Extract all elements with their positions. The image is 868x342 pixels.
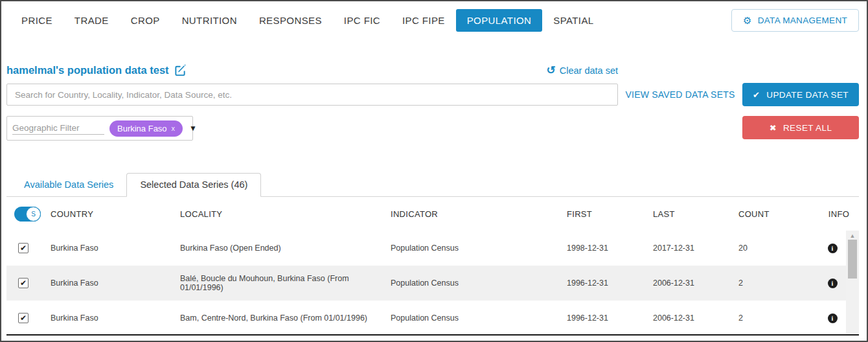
nav-tab[interactable]: CROP [120,9,171,32]
row-checkbox[interactable]: ✔ [18,243,29,253]
column-header-info: INFO [819,209,859,219]
undo-icon: ↺ [546,65,555,76]
column-header-count: COUNT [733,209,819,219]
column-header-country: COUNTRY [45,209,175,219]
cell-count: 2 [733,314,819,323]
cell-info: i [819,244,846,253]
info-icon[interactable]: i [828,244,838,253]
row-checkbox-cell: ✔ [6,313,45,323]
tab-available-data-series[interactable]: Available Data Series [11,174,126,196]
page-title: hamelmal's population data test [6,64,169,76]
cell-first: 1996-12-31 [562,279,648,288]
nav-tab[interactable]: RESPONSES [248,9,333,32]
table-body: ✔ Burkina Faso Burkina Faso (Open Ended)… [6,231,859,336]
cell-locality: Balé, Boucle du Mouhoun, Burkina Faso (F… [175,274,385,292]
check-icon: ✔ [753,91,760,99]
column-header-first: FIRST [562,209,648,219]
nav-tab[interactable]: SPATIAL [542,9,604,32]
cell-country: Burkina Faso [45,279,175,288]
toggle-knob: S [26,207,41,222]
row-checkbox[interactable]: ✔ [18,278,29,288]
geographic-filter-input[interactable] [12,122,104,135]
nav-tab[interactable]: NUTRITION [171,9,248,32]
edit-title-icon[interactable] [174,64,187,76]
close-icon: ✖ [770,124,777,132]
page-title-wrap: hamelmal's population data test [6,64,187,76]
table-rows: ✔ Burkina Faso Burkina Faso (Open Ended)… [6,231,846,334]
row-checkbox-cell: ✔ [6,278,45,288]
geo-filter-tag: Burkina Faso x [109,120,183,137]
column-header-indicator: INDICATOR [385,209,562,219]
nav-tabs: PRICE TRADE CROP NUTRITION RESPONSES IPC… [10,9,605,32]
data-management-button[interactable]: ⚙ DATA MANAGEMENT [731,9,859,32]
scrollbar-thumb[interactable] [848,240,857,279]
table-row: ✔ Burkina Faso Bam, Centre-Nord, Burkina… [6,301,846,336]
cell-country: Burkina Faso [45,244,175,253]
cell-first: 1996-12-31 [562,314,648,323]
cell-count: 20 [733,244,819,253]
cell-last: 2006-12-31 [648,279,733,288]
geo-filter-row: Burkina Faso x ▼ ✖ RESET ALL [6,116,859,141]
nav-tab[interactable]: TRADE [63,9,120,32]
info-icon[interactable]: i [828,279,838,288]
search-input[interactable] [6,84,618,106]
cell-locality: Bam, Centre-Nord, Burkina Faso (From 01/… [175,314,385,323]
clear-data-set-label: Clear data set [560,65,618,76]
geo-filter-tag-label: Burkina Faso [117,124,167,133]
clear-data-set-link[interactable]: ↺ Clear data set [546,65,618,76]
tab-selected-data-series[interactable]: Selected Data Series (46) [126,173,261,197]
row-checkbox-cell: ✔ [6,243,45,253]
cell-indicator: Population Census [385,279,562,288]
cell-count: 2 [733,279,819,288]
column-header-locality: LOCALITY [175,209,385,219]
data-management-label: DATA MANAGEMENT [758,16,847,25]
app-window: PRICE TRADE CROP NUTRITION RESPONSES IPC… [0,0,868,342]
title-row: hamelmal's population data test ↺ Clear … [6,64,859,76]
table-row: ✔ Burkina Faso Burkina Faso (Open Ended)… [6,231,846,266]
nav-tab[interactable]: IPC FIPE [391,9,456,32]
view-saved-data-sets-link[interactable]: VIEW SAVED DATA SETS [626,89,735,100]
main-content: hamelmal's population data test ↺ Clear … [1,64,867,336]
table-header-row: S COUNTRY LOCALITY INDICATOR FIRST LAST … [6,197,859,231]
select-all-toggle-cell: S [6,207,45,222]
row-checkbox[interactable]: ✔ [18,313,29,323]
nav-tab[interactable]: PRICE [10,9,63,32]
series-tabs: Available Data Series Selected Data Seri… [6,173,859,197]
geographic-filter-box: Burkina Faso x ▼ [6,116,193,141]
top-nav-bar: PRICE TRADE CROP NUTRITION RESPONSES IPC… [1,1,867,32]
reset-all-button[interactable]: ✖ RESET ALL [742,116,859,139]
update-data-set-label: UPDATE DATA SET [766,90,849,100]
nav-tab[interactable]: POPULATION [456,9,543,32]
cell-indicator: Population Census [385,314,562,323]
reset-all-label: RESET ALL [783,123,832,133]
cell-indicator: Population Census [385,244,562,253]
nav-tab[interactable]: IPC FIC [333,9,391,32]
info-icon[interactable]: i [828,314,838,323]
select-all-toggle[interactable]: S [14,207,41,222]
search-row: VIEW SAVED DATA SETS ✔ UPDATE DATA SET [6,83,859,106]
cell-first: 1998-12-31 [562,244,648,253]
scrollbar-up-arrow[interactable]: ▲ [846,231,859,239]
cell-last: 2017-12-31 [648,244,733,253]
remove-tag-icon[interactable]: x [172,124,176,132]
table-row: ✔ Burkina Faso Balé, Boucle du Mouhoun, … [6,266,846,301]
cell-country: Burkina Faso [45,314,175,323]
cell-info: i [819,279,846,288]
chevron-down-icon[interactable]: ▼ [189,124,197,133]
gear-icon: ⚙ [743,16,752,25]
update-data-set-button[interactable]: ✔ UPDATE DATA SET [742,83,859,106]
cell-locality: Burkina Faso (Open Ended) [175,244,385,253]
column-header-last: LAST [648,209,733,219]
cell-info: i [819,314,846,323]
vertical-scrollbar[interactable]: ▲ [846,231,859,334]
cell-last: 2006-12-31 [648,314,733,323]
